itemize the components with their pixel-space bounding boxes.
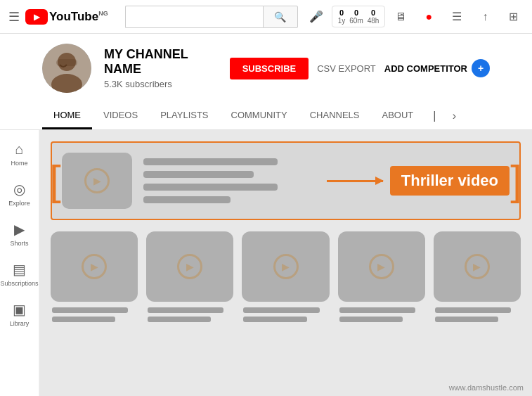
sidebar-item-home[interactable]: ⌂ Home (1, 136, 38, 172)
home-icon: ⌂ (15, 141, 23, 158)
channel-subscribers: 5.3K subscribers (104, 79, 217, 89)
channel-meta: MY CHANNEL NAME 5.3K subscribers (104, 47, 217, 89)
line (339, 307, 415, 313)
play-btn-3[interactable]: ▶ (273, 254, 299, 279)
line (52, 317, 115, 322)
line (243, 317, 306, 322)
bell-icon[interactable]: 🔔 8 (528, 4, 532, 30)
play-btn-4[interactable]: ▶ (369, 254, 394, 279)
line (435, 317, 498, 322)
video-card-1: ▶ (51, 231, 138, 322)
tab-videos[interactable]: VIDEOS (92, 103, 149, 129)
line (243, 307, 319, 313)
live-icon[interactable]: ● (416, 4, 441, 30)
yt-logo-icon (25, 9, 48, 25)
video-card-4: ▶ (338, 231, 425, 322)
search-button[interactable]: 🔍 (263, 6, 298, 28)
stat-item-60m: 0 60m (349, 8, 363, 25)
upload-icon[interactable]: ↑ (472, 4, 498, 30)
sidebar-label-explore: Explore (8, 200, 30, 207)
channel-info: MY CHANNEL NAME 5.3K subscribers SUBSCRI… (42, 44, 490, 103)
featured-play-button[interactable]: ▶ (84, 168, 110, 193)
video-thumb-1[interactable]: ▶ (51, 231, 138, 302)
arrow-line (327, 180, 383, 182)
featured-video-thumbnail[interactable]: ▶ (62, 153, 132, 209)
thriller-label: Thriller video (390, 166, 510, 196)
add-competitor-button[interactable]: ADD COMPETITOR + (384, 59, 490, 77)
sidebar-label-subscriptions: Subscriptions (0, 280, 38, 287)
hamburger-menu[interactable]: ☰ (8, 9, 20, 25)
tab-home[interactable]: HOME (42, 103, 92, 129)
video-line-4 (143, 196, 231, 203)
footer-text: www.damshustle.com (449, 383, 524, 392)
video-card-1-lines (51, 307, 138, 322)
channel-tabs: HOME VIDEOS PLAYLISTS COMMUNITY CHANNELS… (42, 103, 490, 129)
video-card-5-lines (434, 307, 521, 322)
bracket-right: ] (510, 160, 522, 202)
video-thumb-2[interactable]: ▶ (146, 231, 233, 302)
bracket-left: [ (49, 160, 61, 202)
sidebar-item-subscriptions[interactable]: ▤ Subscriptions (1, 255, 38, 293)
video-card-4-lines (338, 307, 425, 322)
list-icon[interactable]: ☰ (444, 4, 469, 30)
thriller-arrow: Thriller video (327, 166, 510, 196)
stat-item-0y: 0 1y (338, 8, 346, 25)
video-grid: ▶ ▶ ▶ (51, 231, 521, 322)
featured-section: [ ▶ ] Thriller video (51, 141, 521, 220)
line (148, 317, 211, 322)
video-line-1 (143, 158, 278, 165)
tab-playlists[interactable]: PLAYLISTS (149, 103, 219, 129)
mic-icon[interactable]: 🎤 (304, 4, 329, 30)
video-line-3 (143, 184, 278, 191)
site-footer: www.damshustle.com (449, 383, 524, 392)
subscribe-button[interactable]: SUBSCRIBE (230, 58, 309, 79)
video-card-3: ▶ (242, 231, 329, 322)
content-area: [ ▶ ] Thriller video ▶ (39, 130, 532, 396)
youtube-logo[interactable]: YouTubeNG (25, 9, 108, 25)
play-btn-1[interactable]: ▶ (82, 254, 107, 279)
stat-item-48h: 0 48h (368, 8, 379, 25)
line (435, 307, 511, 313)
tab-community[interactable]: COMMUNITY (220, 103, 299, 129)
yt-logo-text: YouTubeNG (49, 10, 108, 24)
csv-export-button[interactable]: CSV EXPORT (317, 63, 376, 74)
play-btn-5[interactable]: ▶ (465, 254, 490, 279)
line (148, 307, 223, 313)
video-card-2-lines (146, 307, 233, 322)
tab-channels[interactable]: CHANNELS (299, 103, 371, 129)
search-bar: 🔍 (125, 6, 298, 28)
featured-video-lines (143, 158, 301, 203)
video-thumb-5[interactable]: ▶ (434, 231, 521, 302)
sidebar-item-shorts[interactable]: ▶ Shorts (1, 215, 38, 253)
sidebar: ⌂ Home ◎ Explore ▶ Shorts ▤ Subscription… (0, 130, 39, 396)
video-thumb-3[interactable]: ▶ (242, 231, 329, 302)
stats-box: 0 1y 0 60m 0 48h (332, 6, 386, 27)
nav-icons: 🎤 0 1y 0 60m 0 48h 🖥 ● ☰ ↑ ⊞ 🔔 8 (304, 4, 532, 30)
sidebar-label-library: Library (10, 320, 30, 327)
tab-more-icon[interactable]: | (424, 106, 444, 126)
explore-icon: ◎ (13, 181, 25, 198)
top-navigation: ☰ YouTubeNG 🔍 🎤 0 1y 0 60m 0 48h 🖥 ● (0, 0, 532, 34)
video-card-2: ▶ (146, 231, 233, 322)
video-line-2 (143, 171, 254, 178)
play-btn-2[interactable]: ▶ (177, 254, 202, 279)
video-card-5: ▶ (434, 231, 521, 322)
video-card-3-lines (242, 307, 329, 322)
video-thumb-4[interactable]: ▶ (338, 231, 425, 302)
tab-about[interactable]: ABOUT (371, 103, 425, 129)
main-content: ⌂ Home ◎ Explore ▶ Shorts ▤ Subscription… (0, 130, 532, 396)
search-input[interactable] (125, 6, 263, 28)
subscriptions-icon: ▤ (13, 261, 26, 278)
sidebar-item-library[interactable]: ▣ Library (1, 295, 38, 333)
channel-avatar-image (42, 44, 91, 93)
sidebar-label-home: Home (11, 160, 27, 167)
monitor-icon[interactable]: 🖥 (388, 4, 413, 30)
line (52, 307, 128, 313)
channel-avatar[interactable] (42, 44, 91, 93)
svg-rect-7 (56, 59, 77, 66)
sidebar-item-explore[interactable]: ◎ Explore (1, 175, 38, 212)
apps-icon[interactable]: ⊞ (500, 4, 526, 30)
sidebar-label-shorts: Shorts (10, 240, 28, 247)
add-competitor-label: ADD COMPETITOR (384, 63, 467, 74)
tab-next-arrow[interactable]: › (444, 106, 464, 126)
